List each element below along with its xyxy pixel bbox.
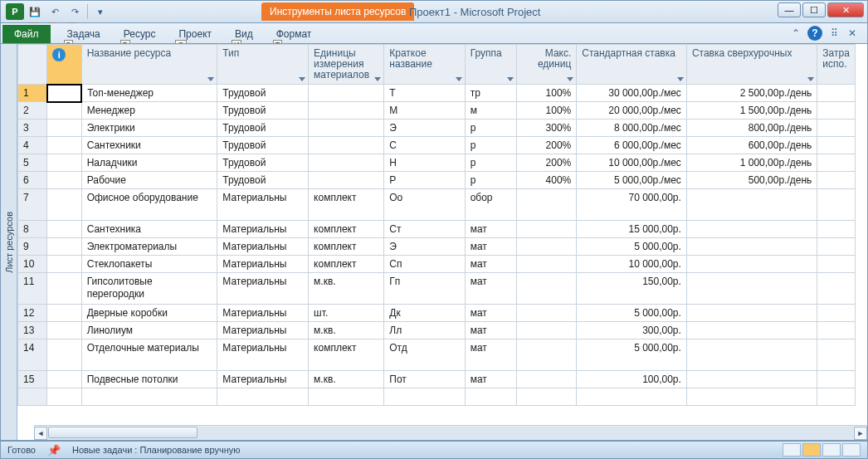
cell-unit[interactable]: м.кв. [309,371,384,388]
cell-short[interactable]: Э [384,120,465,137]
cell-unit[interactable]: шт. [309,305,384,322]
cell-unit[interactable] [309,120,384,137]
cell-group[interactable]: мат [465,305,516,322]
table-row[interactable]: 8СантехникаМатериальныкомплектСтмат15 00… [18,221,856,238]
row-number[interactable]: 2 [18,102,47,120]
cell-group[interactable]: р [465,154,516,172]
cell-rate[interactable]: 10 000,00р. [577,256,687,273]
cell-type[interactable]: Трудовой [217,85,309,102]
cell-over[interactable]: 500,00р./день [686,172,817,189]
cell-indicator[interactable] [47,339,81,371]
cell-over[interactable] [686,322,817,339]
qat-undo-icon[interactable]: ↶ [46,3,64,20]
cell-short[interactable]: Ст [384,221,465,238]
cell-rate[interactable]: 70 000,00р. [577,189,687,221]
cell-type[interactable]: Материальны [217,305,309,322]
cell-group[interactable]: мат [465,371,516,388]
cell-indicator[interactable] [47,189,81,221]
cell-last[interactable] [817,102,856,120]
cell-indicator[interactable] [47,305,81,322]
cell-name[interactable]: Сантехника [81,221,217,238]
cell-last[interactable] [817,238,856,256]
table-row[interactable]: 15Подвесные потолкиМатериальным.кв.Потма… [18,371,856,388]
cell-name[interactable]: Наладчики [81,154,217,172]
cell-unit[interactable]: комплект [309,238,384,256]
dropdown-icon[interactable] [299,77,305,81]
cell-last[interactable] [817,305,856,322]
cell-group[interactable]: мат [465,256,516,273]
cell-type[interactable]: Материальны [217,256,309,273]
cell-rate[interactable]: 15 000,00р. [577,221,687,238]
cell-type[interactable]: Трудовой [217,120,309,137]
cell-rate[interactable]: 300,00р. [577,322,687,339]
cell-last[interactable] [817,172,856,189]
col-unit[interactable]: Единицы измерения материалов [309,45,384,85]
cell-max[interactable]: 200% [516,137,577,154]
table-row[interactable]: 2МенеджерТрудовойМм100%20 000,00р./мес1 … [18,102,856,120]
cell-short[interactable]: Р [384,172,465,189]
view-network-icon[interactable] [842,443,861,457]
cell-indicator[interactable] [47,137,81,154]
app-icon[interactable]: P [6,3,24,20]
cell-unit[interactable] [309,102,384,120]
row-number[interactable]: 4 [18,137,47,154]
ribbon-tab[interactable]: ПроектО [167,25,223,43]
cell-max[interactable]: 200% [516,154,577,172]
table-row[interactable]: 9ЭлектроматериалыМатериальныкомплектЭмат… [18,238,856,256]
row-number[interactable]: 15 [18,371,47,388]
cell-unit[interactable] [309,85,384,102]
cell-group[interactable]: р [465,120,516,137]
cell-type[interactable]: Материальны [217,189,309,221]
dropdown-icon[interactable] [567,77,573,81]
table-row-empty[interactable] [18,388,856,406]
cell-rate[interactable]: 100,00р. [577,371,687,388]
cell-group[interactable]: мат [465,238,516,256]
cell-group[interactable]: мат [465,322,516,339]
col-max[interactable]: Макс. единиц [516,45,577,85]
cell-indicator[interactable] [47,256,81,273]
table-row[interactable]: 4СантехникиТрудовойСр200%6 000,00р./мес6… [18,137,856,154]
cell-short[interactable]: Дк [384,305,465,322]
ribbon-tab[interactable]: РесурсР [112,25,168,43]
cell-over[interactable]: 2 500,00р./день [686,85,817,102]
cell-type[interactable]: Трудовой [217,172,309,189]
cell-max[interactable]: 400% [516,172,577,189]
cell-name[interactable]: Стеклопакеты [81,256,217,273]
horizontal-scrollbar[interactable]: ◄ ► [34,425,867,440]
row-number[interactable]: 13 [18,322,47,339]
cell-indicator[interactable] [47,154,81,172]
cell-indicator[interactable] [47,120,81,137]
cell-name[interactable]: Электроматериалы [81,238,217,256]
cell-short[interactable]: Сп [384,256,465,273]
cell-max[interactable] [516,339,577,371]
cell-over[interactable] [686,221,817,238]
cell-last[interactable] [817,322,856,339]
row-number[interactable]: 3 [18,120,47,137]
col-short[interactable]: Краткое название [384,45,465,85]
cell-type[interactable]: Материальны [217,273,309,305]
cell-type[interactable]: Трудовой [217,137,309,154]
cell-last[interactable] [817,85,856,102]
row-number[interactable]: 10 [18,256,47,273]
cell-rate[interactable]: 5 000,00р. [577,238,687,256]
cell-name[interactable]: Отделочные материалы [81,339,217,371]
scroll-thumb[interactable] [48,427,197,438]
cell-rate[interactable]: 5 000,00р. [577,305,687,322]
col-rate[interactable]: Стандартная ставка [577,45,687,85]
cell-unit[interactable]: комплект [309,339,384,371]
cell-short[interactable]: Оо [384,189,465,221]
dropdown-icon[interactable] [456,77,462,81]
row-number[interactable]: 9 [18,238,47,256]
table-row[interactable]: 6РабочиеТрудовойРр400%5 000,00р./мес500,… [18,172,856,189]
cell-max[interactable]: 100% [516,85,577,102]
cell-max[interactable] [516,273,577,305]
dropdown-icon[interactable] [374,77,381,81]
cell-name[interactable]: Электрики [81,120,217,137]
dropdown-icon[interactable] [507,77,514,81]
cell-max[interactable] [516,189,577,221]
cell-name[interactable]: Линолиум [81,322,217,339]
cell-unit[interactable]: м.кв. [309,273,384,305]
cell-group[interactable]: р [465,137,516,154]
cell-over[interactable]: 800,00р./день [686,120,817,137]
select-all-corner[interactable] [18,45,47,85]
